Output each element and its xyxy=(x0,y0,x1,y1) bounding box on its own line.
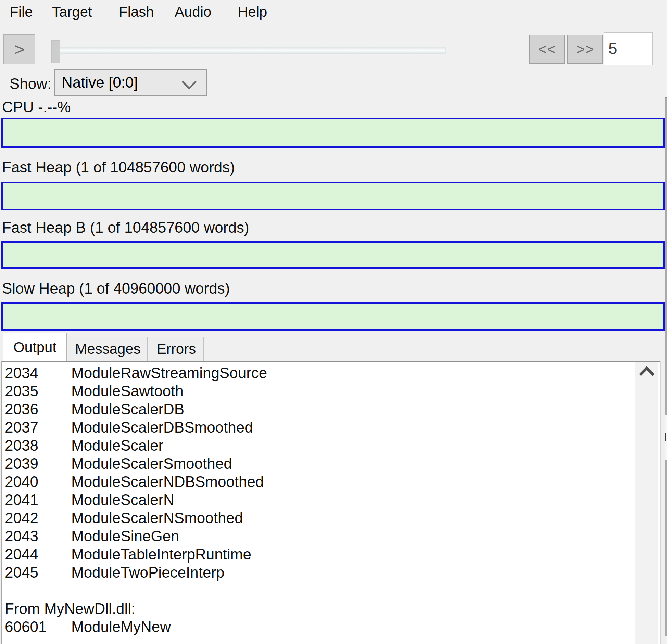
chevron-down-icon xyxy=(182,75,197,90)
log-row: From MyNewDll.dll: xyxy=(2,600,634,618)
log-row: 2036ModuleScalerDB xyxy=(2,400,634,418)
log-row xyxy=(2,581,634,600)
log-line-id: 2043 xyxy=(2,527,71,545)
menu-target[interactable]: Target xyxy=(52,3,92,21)
log-line-id: 2042 xyxy=(2,509,71,527)
log-row: 2035ModuleSawtooth xyxy=(2,382,634,400)
log-line-name: ModuleScalerDBSmoothed xyxy=(71,419,253,436)
menu-audio[interactable]: Audio xyxy=(175,3,211,21)
edge-scrollbar-divider xyxy=(665,456,667,456)
log-line-id: 2038 xyxy=(2,436,71,454)
log-line-id: 2045 xyxy=(2,563,71,581)
log-line-name: ModuleScalerNDBSmoothed xyxy=(71,473,264,490)
double-chevron-left-icon: << xyxy=(538,41,556,58)
cpu-meter xyxy=(1,118,665,148)
log-line-name: ModuleScalerNSmoothed xyxy=(71,510,243,526)
log-line-id: 2034 xyxy=(2,364,71,382)
log-row: 2043ModuleSineGen xyxy=(2,527,634,545)
log-row: 2038ModuleScaler xyxy=(2,436,634,454)
log-line-name: ModuleSineGen xyxy=(71,528,179,544)
show-label: Show: xyxy=(10,75,51,92)
log-row: 2034ModuleRawStreamingSource xyxy=(2,364,634,382)
log-row: 2044ModuleTableInterpRuntime xyxy=(2,545,634,563)
log-line-id: 2035 xyxy=(2,382,71,400)
log-line-name: ModuleScaler xyxy=(71,437,163,454)
play-button[interactable]: > xyxy=(3,34,35,64)
tab-errors[interactable]: Errors xyxy=(149,337,204,361)
log-line-name: ModuleMyNew xyxy=(71,618,171,635)
log-row: 2037ModuleScalerDBSmoothed xyxy=(2,418,634,436)
fast-heap-label: Fast Heap (1 of 104857600 words) xyxy=(2,159,235,176)
log-line-name: ModuleScalerSmoothed xyxy=(71,455,232,472)
edge-scrollbar-thumb-lower[interactable] xyxy=(665,460,667,636)
menu-flash[interactable]: Flash xyxy=(119,3,154,21)
double-chevron-right-icon: >> xyxy=(576,41,594,58)
tab-output[interactable]: Output xyxy=(3,333,67,361)
scroll-up-icon xyxy=(639,366,654,382)
position-slider-track[interactable] xyxy=(51,47,446,54)
log-row: 2045ModuleTwoPieceInterp xyxy=(2,563,634,581)
log-line-name: ModuleRawStreamingSource xyxy=(71,364,267,381)
fast-heap-b-meter xyxy=(1,241,665,269)
log-row: 60601ModuleMyNew xyxy=(2,618,634,636)
log-line-id: 2037 xyxy=(2,418,71,436)
slow-heap-label: Slow Heap (1 of 40960000 words) xyxy=(2,280,230,297)
slow-heap-meter xyxy=(1,302,665,331)
step-forward-button[interactable]: >> xyxy=(567,35,603,64)
log-line-name: ModuleScalerN xyxy=(71,491,174,508)
log-line-id: 2036 xyxy=(2,400,71,418)
menu-file[interactable]: File xyxy=(10,3,33,21)
fast-heap-meter xyxy=(1,182,665,210)
step-count-input[interactable] xyxy=(604,32,653,65)
log-line-name: ModuleScalerDB xyxy=(71,401,184,417)
tab-messages[interactable]: Messages xyxy=(68,337,148,361)
log-line-id: 2044 xyxy=(2,545,71,563)
edge-scrollbar-track-bottom xyxy=(665,636,667,644)
log-line-name: ModuleTableInterpRuntime xyxy=(71,546,251,563)
log-row: 2040ModuleScalerNDBSmoothed xyxy=(2,473,634,491)
menu-help[interactable]: Help xyxy=(238,3,267,21)
log-line-id: 60601 xyxy=(2,618,71,636)
log-line-name: ModuleSawtooth xyxy=(71,383,184,399)
output-log-lines: 2034ModuleRawStreamingSource2035ModuleSa… xyxy=(2,364,634,636)
log-row: 2041ModuleScalerN xyxy=(2,491,634,509)
show-dropdown-value: Native [0:0] xyxy=(62,74,138,91)
log-line-id: 2041 xyxy=(2,491,71,509)
edge-scrollbar-tick xyxy=(665,433,666,441)
show-dropdown[interactable]: Native [0:0] xyxy=(54,69,207,96)
log-row: 2039ModuleScalerSmoothed xyxy=(2,454,634,473)
output-log-panel[interactable]: 2034ModuleRawStreamingSource2035ModuleSa… xyxy=(1,361,661,644)
log-line-id: From MyNewDll.dll: xyxy=(2,600,135,618)
position-slider-thumb[interactable] xyxy=(51,40,60,63)
edge-scrollbar-thumb-upper[interactable] xyxy=(665,97,667,415)
log-row: 2042ModuleScalerNSmoothed xyxy=(2,509,634,527)
fast-heap-b-label: Fast Heap B (1 of 104857600 words) xyxy=(2,219,249,236)
log-line-name: ModuleTwoPieceInterp xyxy=(71,564,225,581)
log-line-id: 2040 xyxy=(2,473,71,491)
step-back-button[interactable]: << xyxy=(529,35,565,64)
app-window: File Target Flash Audio Help > << >> Sho… xyxy=(0,0,667,644)
cpu-label: CPU -.--% xyxy=(2,99,71,116)
edge-scrollbar-track-top xyxy=(665,0,667,97)
log-scrollbar[interactable] xyxy=(635,362,658,644)
log-line-id: 2039 xyxy=(2,454,71,473)
play-icon: > xyxy=(14,39,24,60)
